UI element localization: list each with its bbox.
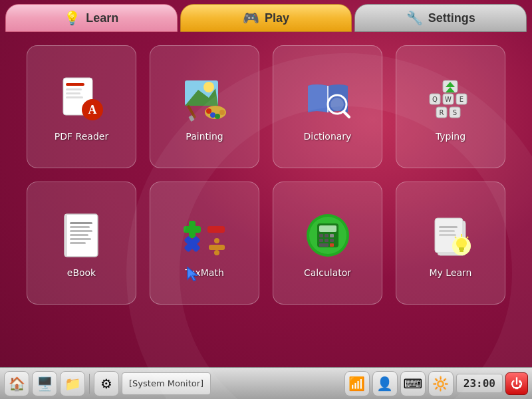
svg-rect-64 [439,226,458,228]
taskbar: 🏠 🖥️ 📁 ⚙️ [System Monitor] 📶 👤 ⌨️ 🔆 23:0… [0,367,532,399]
svg-rect-61 [330,243,334,247]
svg-rect-3 [66,92,80,94]
svg-rect-36 [70,222,92,224]
svg-point-9 [203,82,214,92]
input-icon[interactable]: ⌨️ [400,371,426,396]
svg-point-11 [206,108,211,114]
home-button[interactable]: 🏠 [4,371,29,396]
svg-rect-44 [207,226,225,233]
tab-play-label: Play [265,11,289,25]
svg-point-13 [215,114,220,119]
svg-point-12 [210,112,215,118]
app-tile-mylearn[interactable]: My Learn [396,182,505,305]
svg-point-48 [214,238,219,243]
app-tile-pdf-reader[interactable]: A PDF Reader [27,45,136,168]
svg-text:S: S [452,109,456,116]
svg-rect-38 [70,230,92,232]
tab-learn-label: Learn [86,11,118,25]
svg-rect-2 [66,88,82,90]
app-tile-calculator[interactable]: Calculator [273,182,382,305]
svg-rect-54 [319,234,323,237]
taskbar-separator-1 [89,374,90,394]
mylearn-label: My Learn [430,267,472,278]
dictionary-label: Dictionary [304,131,352,142]
tab-settings[interactable]: 🔧 Settings [354,4,527,32]
learn-icon: 💡 [64,10,80,26]
system-monitor-window[interactable]: [System Monitor] [122,372,211,395]
svg-point-68 [456,238,467,249]
svg-rect-59 [330,239,334,242]
pdf-reader-icon: A [55,72,108,126]
svg-rect-66 [439,234,456,236]
svg-rect-69 [459,247,464,250]
svg-rect-65 [439,230,455,232]
svg-rect-43 [189,221,196,238]
app-tile-painting[interactable]: Painting [150,45,259,168]
user-icon[interactable]: 👤 [372,371,398,396]
window-title: [System Monitor] [129,378,203,388]
svg-line-73 [455,237,456,238]
painting-label: Painting [186,131,223,142]
svg-rect-40 [70,238,91,240]
svg-line-20 [344,112,349,117]
svg-text:Q: Q [432,96,438,103]
play-icon: 🎮 [243,10,259,26]
svg-point-14 [219,110,225,115]
mylearn-icon [424,209,477,262]
clock: 23:00 [456,374,503,393]
painting-icon [178,72,231,126]
svg-rect-53 [319,225,336,232]
typing-label: Typing [436,131,466,142]
ebook-icon [55,209,108,262]
svg-rect-47 [209,245,225,250]
settings-icon: 🔧 [406,10,423,26]
tab-settings-label: Settings [428,11,475,25]
folder-button[interactable]: 📁 [60,371,85,396]
tuxmath-icon [178,209,231,262]
tab-bar: 💡 Learn 🎮 Play 🔧 Settings [0,0,532,32]
tab-learn[interactable]: 💡 Learn [5,4,178,32]
tuxmath-label: TuxMath [185,267,224,278]
gear-button[interactable]: ⚙️ [94,371,119,396]
svg-rect-58 [325,239,329,242]
app-tile-dictionary[interactable]: Dictionary [273,45,382,168]
svg-text:R: R [439,109,444,116]
display-icon[interactable]: 🔆 [428,371,454,396]
ebook-label: eBook [67,267,96,278]
svg-rect-37 [70,226,90,228]
svg-rect-35 [65,214,67,257]
svg-text:E: E [459,96,463,103]
svg-line-72 [467,237,468,238]
svg-rect-4 [66,96,83,98]
network-icon[interactable]: 📶 [344,371,370,396]
calculator-icon [301,209,354,262]
svg-text:W: W [445,96,452,103]
monitor-button[interactable]: 🖥️ [32,371,57,396]
svg-text:A: A [88,103,96,116]
svg-rect-70 [460,250,464,252]
svg-rect-57 [319,239,323,242]
app-tile-ebook[interactable]: eBook [27,182,136,305]
typing-icon: Q W E R S [424,72,477,126]
svg-rect-60 [319,243,329,247]
svg-point-19 [331,98,344,111]
svg-rect-1 [66,83,84,86]
svg-rect-41 [70,242,86,244]
app-tile-typing[interactable]: Q W E R S Typing [396,45,505,168]
dictionary-icon [301,72,354,126]
svg-rect-55 [325,234,329,237]
calculator-label: Calculator [304,267,351,278]
pdf-reader-label: PDF Reader [55,131,108,142]
svg-rect-39 [70,234,88,236]
tab-play[interactable]: 🎮 Play [180,4,352,32]
svg-rect-56 [330,234,334,237]
app-grid: A PDF Reader Painting [0,32,532,318]
app-tile-tuxmath[interactable]: TuxMath [150,182,259,305]
svg-point-49 [214,250,219,255]
power-button[interactable]: ⏻ [505,372,528,395]
